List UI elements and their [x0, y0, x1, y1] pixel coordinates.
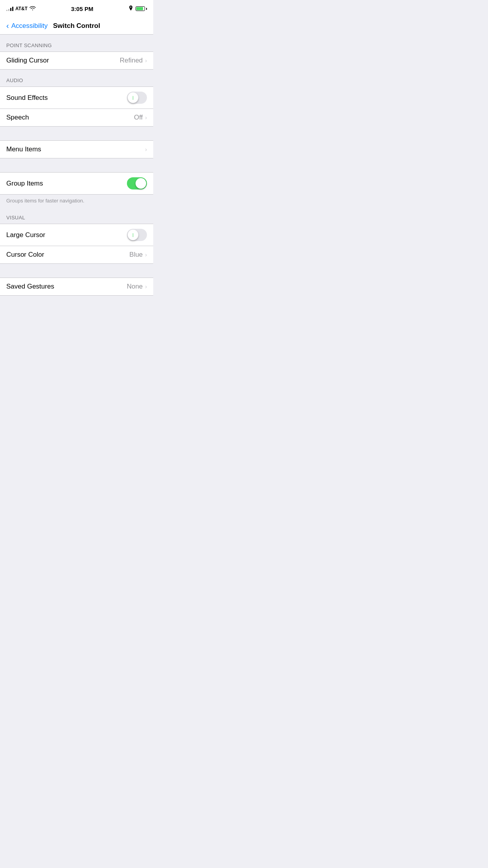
speech-cell[interactable]: Speech Off ›	[0, 109, 153, 126]
large-cursor-toggle-line	[133, 233, 134, 237]
group-items-subtext: Groups items for faster navigation.	[0, 195, 153, 207]
back-button[interactable]: ‹ Accessibility	[6, 21, 48, 30]
cursor-color-value: Blue ›	[129, 251, 147, 259]
section-header-audio: AUDIO	[0, 70, 153, 86]
group-items-label: Group Items	[6, 180, 43, 188]
group-gap-3	[0, 264, 153, 278]
bottom-gap	[0, 296, 153, 309]
group-point-scanning: Gliding Cursor Refined ›	[0, 51, 153, 70]
saved-gestures-value-text: None	[127, 283, 143, 291]
group-gap-2	[0, 158, 153, 172]
sound-effects-label: Sound Effects	[6, 94, 48, 102]
group-audio: Sound Effects Speech Off ›	[0, 86, 153, 127]
large-cursor-toggle[interactable]	[127, 229, 147, 241]
group-items-toggle-knob	[136, 178, 146, 189]
saved-gestures-chevron-icon: ›	[145, 283, 147, 290]
menu-items-cell[interactable]: Menu Items ›	[0, 141, 153, 158]
speech-chevron-icon: ›	[145, 114, 147, 121]
saved-gestures-value: None ›	[127, 283, 147, 291]
group-items-toggle-line	[141, 182, 141, 186]
signal-bar-2	[8, 9, 9, 11]
group-visual: Large Cursor Cursor Color Blue ›	[0, 224, 153, 264]
saved-gestures-cell[interactable]: Saved Gestures None ›	[0, 278, 153, 295]
section-header-point-scanning: POINT SCANNING	[0, 35, 153, 51]
group-items-toggle[interactable]	[127, 177, 147, 189]
status-time: 3:05 PM	[71, 6, 94, 12]
sound-effects-toggle-knob	[128, 92, 138, 103]
large-cursor-toggle-knob	[128, 230, 138, 240]
status-right	[128, 6, 147, 12]
sound-effects-cell[interactable]: Sound Effects	[0, 87, 153, 109]
menu-items-chevron-icon: ›	[145, 146, 147, 153]
status-bar: AT&T 3:05 PM	[0, 0, 153, 17]
location-icon	[128, 6, 133, 12]
group-group-items: Group Items	[0, 172, 153, 195]
battery-fill	[136, 7, 143, 10]
speech-label: Speech	[6, 114, 29, 121]
group-items-cell[interactable]: Group Items	[0, 173, 153, 194]
battery-tip	[146, 8, 147, 10]
saved-gestures-label: Saved Gestures	[6, 283, 54, 291]
carrier-label: AT&T	[15, 6, 28, 11]
nav-bar: ‹ Accessibility Switch Control	[0, 17, 153, 35]
menu-items-value: ›	[145, 146, 147, 153]
group-menu-items: Menu Items ›	[0, 140, 153, 158]
speech-value: Off ›	[134, 114, 147, 121]
gliding-cursor-cell[interactable]: Gliding Cursor Refined ›	[0, 52, 153, 69]
signal-bar-3	[10, 8, 11, 11]
back-label: Accessibility	[11, 22, 48, 30]
signal-bars	[6, 6, 13, 11]
signal-bar-4	[12, 7, 13, 11]
toggle-line	[133, 96, 134, 100]
back-chevron-icon: ‹	[6, 21, 9, 30]
gliding-cursor-value: Refined ›	[120, 57, 147, 64]
group-gap-1	[0, 127, 153, 140]
page-title: Switch Control	[53, 22, 100, 30]
cursor-color-cell[interactable]: Cursor Color Blue ›	[0, 246, 153, 263]
cursor-color-chevron-icon: ›	[145, 252, 147, 258]
menu-items-label: Menu Items	[6, 145, 41, 153]
gliding-cursor-label: Gliding Cursor	[6, 57, 49, 64]
speech-value-text: Off	[134, 114, 143, 121]
sound-effects-toggle[interactable]	[127, 92, 147, 104]
gliding-cursor-chevron-icon: ›	[145, 57, 147, 64]
cursor-color-value-text: Blue	[129, 251, 143, 259]
group-saved-gestures: Saved Gestures None ›	[0, 278, 153, 296]
signal-bar-1	[6, 10, 7, 11]
section-header-visual: VISUAL	[0, 207, 153, 224]
gliding-cursor-value-text: Refined	[120, 57, 143, 64]
large-cursor-cell[interactable]: Large Cursor	[0, 224, 153, 246]
large-cursor-label: Large Cursor	[6, 231, 45, 239]
cursor-color-label: Cursor Color	[6, 251, 44, 259]
status-left: AT&T	[6, 6, 36, 12]
battery	[136, 6, 147, 11]
battery-body	[136, 6, 145, 11]
wifi-icon	[29, 6, 36, 12]
